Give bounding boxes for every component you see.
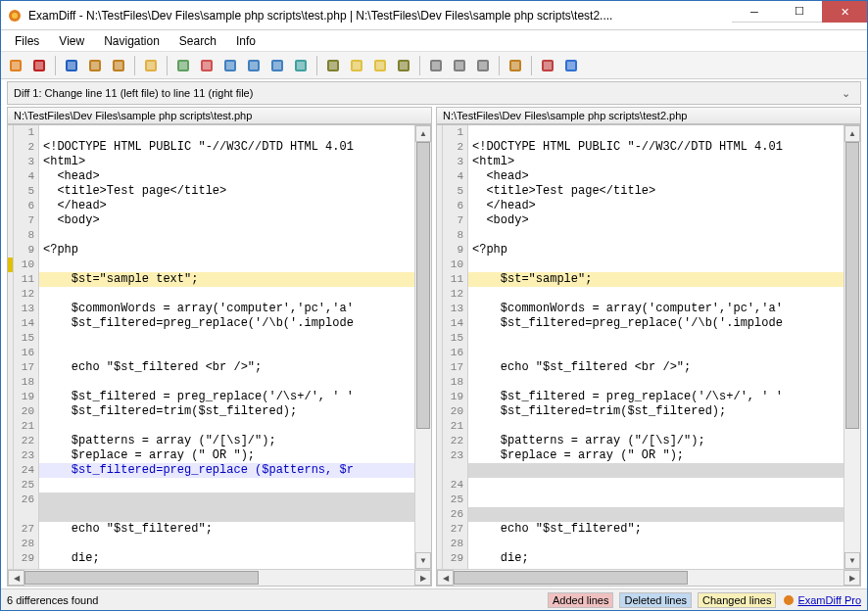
code-line[interactable]: 23 $replace = array (" OR "); bbox=[8, 448, 414, 463]
code-line[interactable]: 27 echo "$st_filtered"; bbox=[437, 522, 844, 537]
code-line[interactable]: 25 bbox=[437, 493, 844, 507]
code-line[interactable]: 11 $st="sample text"; bbox=[8, 272, 414, 287]
code-line[interactable]: 3<html> bbox=[437, 155, 844, 169]
menu-navigation[interactable]: Navigation bbox=[94, 32, 169, 50]
scroll-thumb[interactable] bbox=[454, 571, 688, 585]
scroll-thumb[interactable] bbox=[24, 571, 259, 585]
code-line[interactable]: 30 bbox=[437, 566, 844, 569]
edit-left-icon[interactable] bbox=[84, 55, 106, 76]
code-line[interactable]: 24 bbox=[437, 478, 844, 493]
scroll-down-icon[interactable]: ▼ bbox=[415, 552, 431, 569]
right-scrollbar-horizontal[interactable]: ◀ ▶ bbox=[437, 569, 860, 586]
code-line[interactable]: 28 bbox=[8, 537, 414, 551]
prev-diff-icon[interactable] bbox=[346, 55, 367, 76]
code-line[interactable]: 8 bbox=[8, 228, 414, 243]
code-line[interactable]: 27 echo "$st_filtered"; bbox=[8, 522, 414, 537]
code-line[interactable]: 9<?php bbox=[8, 243, 414, 258]
code-line[interactable]: 12 bbox=[437, 287, 844, 302]
save-diff-icon[interactable] bbox=[61, 55, 82, 76]
side-by-side-icon[interactable] bbox=[219, 55, 241, 76]
scroll-down-icon[interactable]: ▼ bbox=[844, 552, 860, 569]
exit-icon[interactable] bbox=[537, 55, 558, 76]
code-line[interactable]: 5 <title>Test page</title> bbox=[8, 184, 414, 199]
menu-view[interactable]: View bbox=[49, 32, 94, 50]
code-line[interactable]: 25 bbox=[8, 478, 414, 493]
right-code-area[interactable]: 12<!DOCTYPE HTML PUBLIC "-//W3C//DTD HTM… bbox=[437, 125, 844, 569]
scroll-up-icon[interactable]: ▲ bbox=[844, 125, 860, 142]
horizontal-panes-icon[interactable] bbox=[243, 55, 265, 76]
code-line[interactable]: 10 bbox=[437, 258, 844, 272]
code-line[interactable]: 16 bbox=[437, 346, 844, 360]
code-line[interactable]: 17 echo "$st_filtered <br />"; bbox=[8, 360, 414, 375]
cherries-icon[interactable] bbox=[28, 55, 50, 76]
minimize-button[interactable]: ─ bbox=[732, 1, 777, 23]
close-button[interactable]: ✕ bbox=[822, 1, 867, 23]
examdiff-pro-link[interactable]: ExamDiff Pro bbox=[782, 593, 861, 607]
code-line[interactable]: 13 $commonWords = array('computer','pc',… bbox=[437, 302, 844, 316]
code-line[interactable]: 12 bbox=[8, 287, 414, 302]
code-line[interactable]: 14 $st_filtered=preg_replace('/\b('.impl… bbox=[437, 316, 844, 331]
code-line[interactable]: 3<html> bbox=[8, 155, 414, 169]
code-line[interactable]: 18 bbox=[8, 375, 414, 390]
code-line[interactable]: 28 bbox=[437, 537, 844, 551]
code-line[interactable]: 29 die; bbox=[437, 551, 844, 566]
scroll-thumb[interactable] bbox=[416, 142, 430, 429]
code-line[interactable]: 7 <body> bbox=[8, 213, 414, 228]
scroll-right-icon[interactable]: ▶ bbox=[844, 570, 860, 586]
code-line[interactable]: 6 </head> bbox=[437, 199, 844, 213]
apple-icon[interactable] bbox=[5, 55, 26, 76]
find-icon[interactable] bbox=[425, 55, 447, 76]
code-line[interactable]: 30 bbox=[8, 566, 414, 569]
code-line[interactable]: 21 bbox=[437, 419, 844, 434]
single-pane-icon[interactable] bbox=[172, 55, 194, 76]
scroll-up-icon[interactable]: ▲ bbox=[415, 125, 431, 142]
code-line[interactable]: 20 $st_filtered=trim($st_filtered); bbox=[437, 404, 844, 419]
options-icon[interactable] bbox=[505, 55, 526, 76]
left-scrollbar-vertical[interactable]: ▲ ▼ bbox=[414, 125, 431, 569]
code-line[interactable]: 16 bbox=[8, 346, 414, 360]
code-line[interactable]: 7 <body> bbox=[437, 213, 844, 228]
code-line[interactable]: 15 bbox=[8, 331, 414, 346]
code-line[interactable]: 9<?php bbox=[437, 243, 844, 258]
code-line[interactable]: 10 bbox=[8, 258, 414, 272]
code-line[interactable]: 4 <head> bbox=[437, 169, 844, 184]
right-scrollbar-vertical[interactable]: ▲ ▼ bbox=[844, 125, 860, 569]
first-diff-icon[interactable] bbox=[322, 55, 344, 76]
menu-search[interactable]: Search bbox=[169, 32, 226, 50]
code-line[interactable]: 2<!DOCTYPE HTML PUBLIC "-//W3C//DTD HTML… bbox=[8, 140, 414, 155]
scroll-left-icon[interactable]: ◀ bbox=[437, 570, 454, 586]
code-line[interactable] bbox=[8, 507, 414, 522]
code-line[interactable]: 1 bbox=[8, 125, 414, 140]
folder-icon[interactable] bbox=[140, 55, 162, 76]
code-line[interactable] bbox=[437, 463, 844, 478]
code-line[interactable]: 22 $patterns = array ("/[\s]/"); bbox=[8, 434, 414, 448]
chevron-down-icon[interactable]: ⌄ bbox=[837, 87, 854, 100]
code-line[interactable]: 6 </head> bbox=[8, 199, 414, 213]
menu-info[interactable]: Info bbox=[226, 32, 265, 50]
left-scrollbar-horizontal[interactable]: ◀ ▶ bbox=[8, 569, 431, 586]
swap-panes-icon[interactable] bbox=[196, 55, 217, 76]
code-line[interactable]: 29 die; bbox=[8, 551, 414, 566]
code-line[interactable]: 5 <title>Test page</title> bbox=[437, 184, 844, 199]
code-line[interactable]: 13 $commonWords = array('computer','pc',… bbox=[8, 302, 414, 316]
code-line[interactable]: 19 $st_filtered = preg_replace('/\s+/', … bbox=[437, 390, 844, 404]
code-line[interactable]: 26 bbox=[8, 493, 414, 507]
edit-right-icon[interactable] bbox=[108, 55, 129, 76]
info-icon[interactable] bbox=[560, 55, 582, 76]
code-line[interactable]: 20 $st_filtered=trim($st_filtered); bbox=[8, 404, 414, 419]
find-prev-icon[interactable] bbox=[449, 55, 470, 76]
code-line[interactable]: 4 <head> bbox=[8, 169, 414, 184]
code-line[interactable]: 19 $st_filtered = preg_replace('/\s+/', … bbox=[8, 390, 414, 404]
code-line[interactable]: 23 $replace = array (" OR "); bbox=[437, 448, 844, 463]
scroll-left-icon[interactable]: ◀ bbox=[8, 570, 24, 586]
code-line[interactable]: 17 echo "$st_filtered <br />"; bbox=[437, 360, 844, 375]
code-line[interactable]: 26 bbox=[437, 507, 844, 522]
code-line[interactable]: 1 bbox=[437, 125, 844, 140]
code-line[interactable]: 18 bbox=[437, 375, 844, 390]
vertical-panes-icon[interactable] bbox=[266, 55, 288, 76]
code-line[interactable]: 22 $patterns = array ("/[\s]/"); bbox=[437, 434, 844, 448]
scroll-thumb[interactable] bbox=[845, 142, 859, 429]
code-line[interactable]: 2<!DOCTYPE HTML PUBLIC "-//W3C//DTD HTML… bbox=[437, 140, 844, 155]
menu-files[interactable]: Files bbox=[5, 32, 49, 50]
maximize-button[interactable]: ☐ bbox=[777, 1, 822, 23]
